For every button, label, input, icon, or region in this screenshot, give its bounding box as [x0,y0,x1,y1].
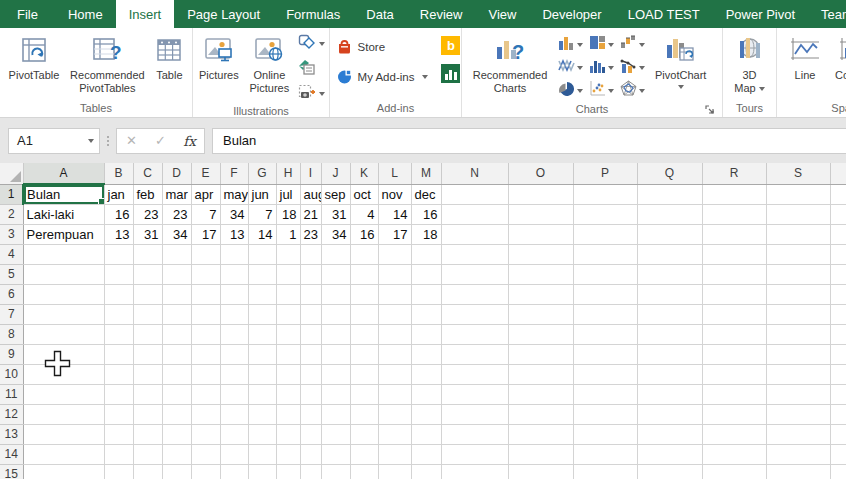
cell-P14[interactable] [573,444,637,464]
cell-B3[interactable]: 13 [104,224,133,244]
cell-partial-2[interactable] [830,204,846,224]
cell-I3[interactable]: 23 [300,224,321,244]
cell-O2[interactable] [508,204,573,224]
cell-partial-4[interactable] [830,244,846,264]
cell-E6[interactable] [191,284,220,304]
cell-H4[interactable] [276,244,300,264]
cell-N9[interactable] [441,344,508,364]
cell-P8[interactable] [573,324,637,344]
insert-function-button[interactable]: fx [175,129,204,153]
cell-L9[interactable] [378,344,411,364]
cell-I8[interactable] [300,324,321,344]
row-header-9[interactable]: 9 [0,344,23,364]
tab-developer[interactable]: Developer [529,0,614,28]
cell-J1[interactable]: sep [321,184,350,204]
row-header-8[interactable]: 8 [0,324,23,344]
cell-H3[interactable]: 1 [276,224,300,244]
cell-M4[interactable] [411,244,441,264]
column-header-B[interactable]: B [104,163,133,184]
tab-formulas[interactable]: Formulas [273,0,353,28]
insert-hierarchy-chart-button[interactable] [589,33,620,56]
cell-F8[interactable] [220,324,248,344]
column-header-P[interactable]: P [573,163,637,184]
cell-J5[interactable] [321,264,350,284]
insert-waterfall-chart-button[interactable] [620,33,651,56]
cell-S6[interactable] [766,284,830,304]
cell-L8[interactable] [378,324,411,344]
cell-partial-1[interactable] [830,184,846,204]
cell-G1[interactable]: jun [248,184,276,204]
cell-I13[interactable] [300,424,321,444]
cell-D14[interactable] [162,444,191,464]
cell-partial-15[interactable] [830,464,846,479]
cell-L11[interactable] [378,384,411,404]
column-header-Q[interactable]: Q [637,163,702,184]
cell-L10[interactable] [378,364,411,384]
formula-input[interactable]: Bulan [212,128,846,154]
cell-C10[interactable] [133,364,162,384]
cell-C12[interactable] [133,404,162,424]
cell-C7[interactable] [133,304,162,324]
recommended-charts-button[interactable]: ? Recommended Charts [464,29,556,101]
cell-Q4[interactable] [637,244,702,264]
cell-H8[interactable] [276,324,300,344]
cell-F10[interactable] [220,364,248,384]
tab-power-pivot[interactable]: Power Pivot [713,0,808,28]
cell-I2[interactable]: 21 [300,204,321,224]
cell-J12[interactable] [321,404,350,424]
row-header-1[interactable]: 1 [0,184,23,204]
cell-N13[interactable] [441,424,508,444]
row-header-6[interactable]: 6 [0,284,23,304]
tab-file[interactable]: File [0,0,55,28]
cell-S10[interactable] [766,364,830,384]
column-header-C[interactable]: C [133,163,162,184]
cell-M5[interactable] [411,264,441,284]
cell-K7[interactable] [350,304,378,324]
cell-A3[interactable]: Perempuan [23,224,104,244]
cell-I6[interactable] [300,284,321,304]
cell-J14[interactable] [321,444,350,464]
row-header-2[interactable]: 2 [0,204,23,224]
cell-L14[interactable] [378,444,411,464]
cell-S5[interactable] [766,264,830,284]
cell-partial-10[interactable] [830,364,846,384]
column-header-R[interactable]: R [702,163,766,184]
cell-B2[interactable]: 16 [104,204,133,224]
cell-N15[interactable] [441,464,508,479]
cell-E7[interactable] [191,304,220,324]
cell-J4[interactable] [321,244,350,264]
cell-Q10[interactable] [637,364,702,384]
cell-H14[interactable] [276,444,300,464]
screenshot-button[interactable] [296,83,327,104]
cell-O8[interactable] [508,324,573,344]
cell-S2[interactable] [766,204,830,224]
cell-M7[interactable] [411,304,441,324]
cell-E13[interactable] [191,424,220,444]
cell-N5[interactable] [441,264,508,284]
cell-partial-13[interactable] [830,424,846,444]
cell-G7[interactable] [248,304,276,324]
cell-partial-5[interactable] [830,264,846,284]
cell-R11[interactable] [702,384,766,404]
cell-D5[interactable] [162,264,191,284]
cell-F13[interactable] [220,424,248,444]
cell-B7[interactable] [104,304,133,324]
cell-S14[interactable] [766,444,830,464]
cell-P6[interactable] [573,284,637,304]
cell-I10[interactable] [300,364,321,384]
cell-P12[interactable] [573,404,637,424]
recommended-pivottables-button[interactable]: ? Recommended PivotTables [65,29,149,101]
tab-review[interactable]: Review [407,0,476,28]
smartart-button[interactable] [296,58,327,79]
cell-C8[interactable] [133,324,162,344]
cell-E14[interactable] [191,444,220,464]
cell-B5[interactable] [104,264,133,284]
cell-G11[interactable] [248,384,276,404]
cell-D13[interactable] [162,424,191,444]
column-header-O[interactable]: O [508,163,573,184]
cell-N12[interactable] [441,404,508,424]
cell-D2[interactable]: 23 [162,204,191,224]
cell-A6[interactable] [23,284,104,304]
cell-N4[interactable] [441,244,508,264]
cell-F3[interactable]: 13 [220,224,248,244]
